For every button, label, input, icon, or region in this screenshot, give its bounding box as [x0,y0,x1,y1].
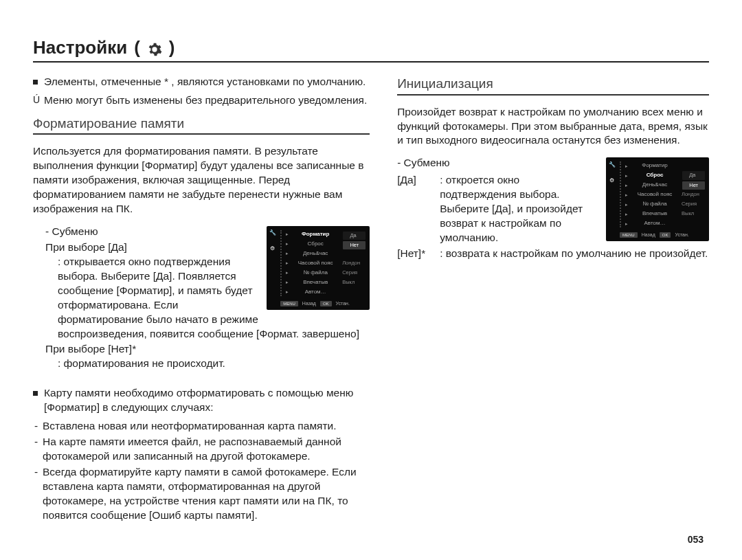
heading-initialize: Инициализация [397,75,709,96]
option-no: Нет [343,241,366,249]
menu-row: ▸Автом… [625,219,705,227]
paren-close: ) [169,37,175,58]
camera-menu-screenshot-format: 🔧 ⚙ Да Нет ▸Форматир ▸Сброс ▸День&час ▸Ч… [267,226,370,309]
camera-menu-footer: MENUНазад OKУстан. [280,300,366,306]
option-no-description: : возврата к настройкам по умолчанию не … [440,247,709,261]
camera-menu: 🔧 ⚙ Да Нет ▸Форматир ▸Сброс ▸День&час ▸Ч… [267,226,370,309]
menu-row: ▸Форматир [625,161,705,170]
wrench-icon: 🔧 [269,230,276,236]
format-cases-lead: Карту памяти необходимо отформатировать … [33,386,370,415]
ok-label: Устан. [336,300,350,306]
option-yes: Да [682,171,705,179]
option-no: Нет [682,181,705,190]
page-title: Настройки ( ) [33,37,709,63]
option-yes-description: : откроется окно подтверждения выбора. В… [440,173,599,245]
note-changes: Меню могут быть изменены без предварител… [33,93,370,108]
menu-row: ▸ВпечатывВыкл [286,278,366,287]
camera-menu: 🔧 ⚙ Да Нет ▸Форматир ▸Сброс ▸День&час ▸Ч… [606,157,709,240]
camera-menu-footer: MENUНазад OKУстан. [620,232,705,238]
manual-page: Настройки ( ) Элементы, отмеченные * , я… [0,0,742,560]
ok-button-icon: OK [320,301,332,306]
option-no-row: [Нет]* : возврата к настройкам по умолча… [397,247,709,261]
gear-icon: ⚙ [609,177,615,183]
camera-menu-screenshot-reset: 🔧 ⚙ Да Нет ▸Форматир ▸Сброс ▸День&час ▸Ч… [606,157,709,240]
format-description: Используется для форматирования памяти. … [33,144,370,216]
left-column: Элементы, отмеченные * , являются устано… [33,75,370,524]
option-yes-row: [Да] : откроется окно подтверждения выбо… [397,173,599,245]
note-defaults: Элементы, отмеченные * , являются устано… [33,75,370,89]
menu-row: ▸Автом… [286,288,366,296]
format-case-1: Вставлена новая или неотформатированная … [33,419,370,434]
gear-icon: ⚙ [269,246,276,252]
camera-menu-side-icons: 🔧 ⚙ [609,161,615,183]
menu-row: ▸№ файлаСерия [625,200,705,208]
menu-row: ▸Часовой поясЛондон [625,190,705,199]
back-label: Назад [302,300,316,306]
camera-menu-options: Да Нет [682,171,705,189]
option-yes: Да [343,232,366,240]
paren-open: ( [134,37,140,58]
menu-row: ▸День&час [286,249,366,258]
menu-row: ▸№ файлаСерия [286,269,366,277]
menu-row: ▸Часовой поясЛондон [286,259,366,267]
format-case-2: На карте памяти имеется файл, не распозн… [33,435,370,464]
menu-row: ▸ВпечатывВыкл [625,210,705,218]
initialize-description: Произойдет возврат к настройкам по умолч… [397,105,709,148]
gear-icon [147,41,162,56]
format-case-3: Всегда форматируйте карту памяти в самой… [33,465,370,523]
wrench-icon: 🔧 [609,161,615,168]
two-column-layout: Элементы, отмеченные * , являются устано… [33,75,709,524]
right-column: Инициализация Произойдет возврат к настр… [397,75,709,524]
option-no-label: При выборе [Нет]* [33,342,370,357]
heading-format-memory: Форматирование памяти [33,115,370,135]
camera-menu-options: Да Нет [343,232,366,249]
option-no-label: [Нет]* [397,247,436,261]
ok-button-icon: OK [660,232,671,238]
back-label: Назад [642,232,655,238]
page-title-text: Настройки [33,37,127,58]
camera-menu-side-icons: 🔧 ⚙ [269,230,276,252]
option-yes-label: [Да] [397,173,436,245]
option-no-description: : форматирования не происходит. [33,357,370,371]
ok-label: Устан. [675,232,688,238]
back-button-icon: MENU [620,232,638,238]
page-number: 053 [688,534,704,545]
back-button-icon: MENU [280,301,298,306]
